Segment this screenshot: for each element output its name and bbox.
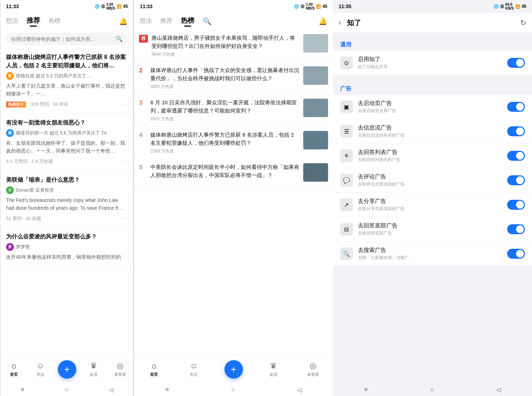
hot-item-2[interactable]: 2 媒体评唐山打人事件「挑战了大众的安全感，需让施暴者付出沉重代价」，当社会秩序… (134, 62, 333, 94)
bottom-ad-text: 去回答底部广告 去除回答底部广告 (358, 222, 502, 236)
feed-excerpt-2: 有。女朋友跟我说她怀孕了。孩子是我的。那一刻，我真的很恶心。＊一天，同事突然问了… (6, 139, 128, 155)
hot-item-1[interactable]: 荐 唐山某路烧烤店，男子骚扰女子未果挨骂，随即动手打人，将受到哪些惩罚？出门在外… (134, 30, 333, 62)
comment-ad-label: 去评论广告 (358, 173, 502, 181)
bottom-nav-1: ⌂ 首页 ☺ 关注 + ♛ 会员 ◎ 未登录 (0, 355, 133, 383)
search-ad-icon: 🔍 (340, 247, 353, 260)
bottom-add-1[interactable]: + (54, 360, 80, 379)
launch-ad-sublabel: 去除启动页全屏广告 (358, 108, 502, 114)
hot-thumb-3 (303, 99, 328, 117)
toggle-search-ad[interactable] (507, 249, 525, 259)
bottom-ad-icon: ⊟ (340, 223, 353, 236)
search-icon-2[interactable]: 🔍 (203, 17, 212, 26)
sys-nav-3: ≡ ○ ◁ (333, 383, 532, 396)
nav-tabs-1: 想法 推荐 热榜 🔔 (0, 13, 133, 30)
hot-content-2: 媒体评唐山打人事件「挑战了大众的安全感，需让施暴者付出沉重代价」，当社会秩序被挑… (150, 66, 299, 90)
settings-body: 通用 ⊙ 启用知了 知了功能总开关 广告 ▣ 去启动页广告 去除启动页全屏广告 … (333, 33, 532, 383)
enable-icon: ⊙ (340, 56, 353, 69)
bottom-follow-2[interactable]: ☺ 关注 (174, 361, 214, 377)
bottom-add-2[interactable]: + (214, 360, 254, 379)
more-dots-2[interactable]: ··· (122, 158, 128, 165)
settings-item-comment-ad: 💬 去评论广告 去除评论页面顶部的广告 (333, 168, 532, 192)
back-btn-3[interactable]: ◁ (497, 386, 501, 393)
bottom-vip-2[interactable]: ♛ 会员 (254, 361, 293, 377)
feed-item-4[interactable]: 为什么谷爱凌的风评最近变那么多？ 梦 梦梦熊 改开40年来像他这样东吃西窜，锅里… (0, 227, 133, 269)
menu-btn-2[interactable]: ≡ (166, 386, 169, 393)
hot-item-3[interactable]: 3 6 月 10 日吴亦凡强奸、聚众淫乱一案开庭，法院将依法择期宣判，庭审透露了… (134, 94, 333, 127)
bell-icon-2[interactable]: 🔔 (318, 17, 327, 26)
hot-content-4: 媒体称唐山烧烤店打人事件警方已抓获 8 名涉案人员，包括 2 名主要犯罪嫌疑人，… (150, 131, 299, 154)
feed-author-row-4: 梦 梦梦熊 (6, 243, 128, 251)
hot-thumb-2 (303, 66, 328, 85)
bottom-login-1[interactable]: ◎ 未登录 (107, 361, 133, 377)
share-ad-label: 去分享广告 (358, 198, 502, 205)
toggle-feed-ad[interactable] (507, 126, 525, 136)
hot-item-5[interactable]: 5 中美防长会谈比原定时间延长半小时，如何看待中方称「如果有人胆敢把台湾分裂出去… (134, 159, 333, 186)
toggle-answer-ad[interactable] (507, 151, 525, 161)
bottom-vip-1[interactable]: ♛ 会员 (80, 361, 107, 377)
bottom-home-1[interactable]: ⌂ 首页 (0, 361, 27, 377)
tab-rebang-1[interactable]: 热榜 (49, 17, 61, 26)
bottom-login-2[interactable]: ◎ 未登录 (293, 361, 333, 377)
toggle-comment-ad[interactable] (507, 175, 525, 185)
data-icon-2: 1.00MB/S (306, 2, 315, 10)
follow-icon-1: ☺ (36, 361, 44, 370)
toggle-share-ad[interactable] (507, 200, 525, 210)
bottom-follow-1[interactable]: ☺ 关注 (27, 361, 54, 377)
bell-icon-1[interactable]: 🔔 (119, 17, 128, 26)
fab-button-2[interactable]: + (225, 360, 243, 379)
back-btn-1[interactable]: ◁ (109, 386, 113, 393)
home-btn-1[interactable]: ○ (65, 386, 68, 393)
tab-rebang-2[interactable]: 热榜 (181, 16, 194, 27)
feed-item-2[interactable]: 有没有一刻觉得女朋友很恶心？ 睡 睡莲开的那一天 超过 5.6 万的用户关注了 … (0, 114, 133, 171)
panel-rebang: 11:33 🌐 Ⓑ 1.00MB/S 📶 45 想法 推荐 热榜 🔍 🔔 荐 唐… (134, 0, 333, 396)
share-ad-sublabel: 去除分享页面顶部的广告 (358, 206, 502, 212)
feed-ad-text: 去信息流广告 去除信息流内夹杂的广告 (358, 124, 502, 138)
feed-title-4: 为什么谷爱凌的风评最近变那么多？ (6, 232, 128, 241)
avatar-3: D (6, 186, 14, 194)
tab-xianfa-2[interactable]: 想法 (140, 17, 152, 26)
settings-item-search-ad: 🔍 去搜索广告 去除「大家都在搜」与推广 (333, 242, 532, 266)
hot-content-3: 6 月 10 日吴亦凡强奸、聚众淫乱一案开庭，法院将依法择期宣判，庭审透露了哪些… (150, 99, 299, 122)
back-btn-2[interactable]: ◁ (297, 386, 301, 393)
tab-tuijian-2[interactable]: 推荐 (160, 17, 172, 26)
author-name-3: Dorian君 证券投资 (16, 187, 54, 193)
bottom-home-2[interactable]: ⌂ 首页 (134, 361, 174, 377)
tab-xianfa-1[interactable]: 想法 (6, 17, 18, 26)
feed-item-1[interactable]: 媒体称唐山烧烤店打人事件警方已抓获 8 名涉案人员，包括 2 名主要犯罪嫌疑人，… (0, 48, 133, 114)
back-button[interactable]: ‹ (339, 18, 341, 27)
follow-label-2: 关注 (190, 372, 198, 377)
more-dots-1[interactable]: ··· (122, 101, 128, 108)
toggle-bottom-ad[interactable] (507, 224, 525, 234)
toggle-launch-ad[interactable] (507, 102, 525, 112)
follow-label-1: 关注 (37, 372, 44, 377)
stats-text-1: 329 赞同 · 93 评论 (31, 101, 68, 108)
fab-button-1[interactable]: + (58, 360, 76, 379)
vip-icon-2: ♛ (270, 361, 277, 370)
menu-btn-3[interactable]: ≡ (364, 386, 367, 393)
search-bar[interactable]: 🔍 (6, 33, 128, 45)
search-input[interactable] (11, 36, 116, 42)
more-dots-3[interactable]: ··· (122, 215, 128, 222)
hot-heat-1: 9846 万热度 (151, 51, 299, 57)
login-label-1: 未登录 (114, 372, 126, 377)
refresh-button[interactable]: ↻ (520, 18, 526, 27)
vip-icon-1: ♛ (90, 361, 97, 370)
hot-content-5: 中美防长会谈比原定时间延长半小时，如何看待中方称「如果有人胆敢把台湾分裂出去，中… (150, 163, 299, 181)
feed-ad-label: 去信息流广告 (358, 124, 502, 132)
hot-item-4[interactable]: 4 媒体称唐山烧烤店打人事件警方已抓获 8 名涉案人员，包括 2 名主要犯罪嫌疑… (134, 127, 333, 159)
avatar-1: 喷 (6, 72, 14, 80)
hot-title-2: 媒体评唐山打人事件「挑战了大众的安全感，需让施暴者付出沉重代价」，当社会秩序被挑… (150, 66, 299, 82)
menu-btn-1[interactable]: ≡ (21, 386, 24, 393)
enable-label: 启用知了 (358, 56, 502, 63)
follow-icon-2: ☺ (190, 361, 198, 370)
feed-item-3[interactable]: 美联储「缩表」是什么意思？ D Dorian君 证券投资 The Fed's b… (0, 171, 133, 228)
hot-heat-2: 4091 万热度 (150, 84, 299, 90)
enable-text: 启用知了 知了功能总开关 (358, 56, 502, 70)
home-btn-2[interactable]: ○ (231, 386, 235, 393)
tab-tuijian-1[interactable]: 推荐 (27, 16, 40, 27)
settings-item-launch-ad: ▣ 去启动页广告 去除启动页全屏广告 (333, 95, 532, 119)
sys-nav-2: ≡ ○ ◁ (134, 383, 333, 396)
toggle-enable[interactable] (507, 58, 525, 68)
settings-item-enable: ⊙ 启用知了 知了功能总开关 (333, 51, 532, 75)
home-btn-3[interactable]: ○ (430, 386, 434, 393)
